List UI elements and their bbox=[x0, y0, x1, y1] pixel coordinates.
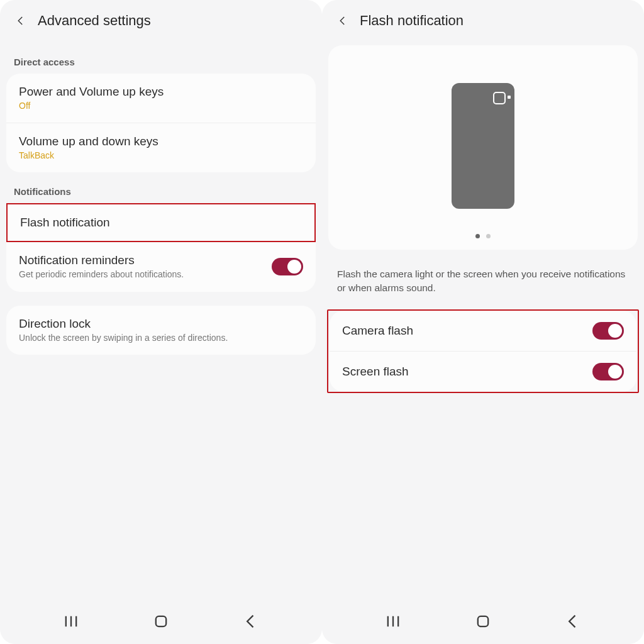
row-title: Screen flash bbox=[342, 365, 409, 379]
nav-back-icon[interactable] bbox=[242, 613, 260, 630]
row-volume-up-down[interactable]: Volume up and down keys TalkBack bbox=[6, 123, 316, 172]
row-screen-flash[interactable]: Screen flash bbox=[330, 351, 636, 392]
row-title: Camera flash bbox=[342, 324, 413, 338]
nav-bar bbox=[0, 604, 322, 644]
pager-dot-1[interactable] bbox=[475, 234, 480, 238]
description-text: Flash the camera light or the screen whe… bbox=[322, 258, 644, 309]
pager-dots bbox=[475, 234, 491, 238]
nav-recents-icon[interactable] bbox=[384, 613, 402, 630]
highlight-flash-notification: Flash notification bbox=[6, 203, 316, 242]
card-notifications: Notification reminders Get periodic remi… bbox=[6, 242, 316, 291]
pane-advanced-settings: Advanced settings Direct access Power an… bbox=[0, 0, 322, 644]
nav-recents-icon[interactable] bbox=[62, 613, 80, 630]
flash-dot-icon bbox=[508, 96, 511, 99]
section-label-direct-access: Direct access bbox=[0, 45, 322, 74]
row-title: Direction lock bbox=[19, 317, 228, 331]
nav-bar bbox=[322, 604, 644, 644]
highlight-flash-toggles: Camera flash Screen flash bbox=[327, 309, 639, 393]
row-direction-lock[interactable]: Direction lock Unlock the screen by swip… bbox=[6, 306, 316, 355]
card-direction-lock: Direction lock Unlock the screen by swip… bbox=[6, 306, 316, 355]
pager-dot-2[interactable] bbox=[486, 234, 491, 238]
row-notification-reminders[interactable]: Notification reminders Get periodic remi… bbox=[6, 242, 316, 291]
toggle-reminders[interactable] bbox=[272, 258, 303, 275]
toggle-camera-flash[interactable] bbox=[592, 322, 624, 340]
nav-home-icon[interactable] bbox=[474, 613, 492, 630]
back-icon[interactable] bbox=[337, 15, 348, 26]
appbar-right: Flash notification bbox=[322, 0, 644, 45]
row-sub: Get periodic reminders about notificatio… bbox=[19, 269, 184, 280]
row-power-volume-up[interactable]: Power and Volume up keys Off bbox=[6, 74, 316, 123]
row-flash-notification[interactable]: Flash notification bbox=[8, 204, 314, 241]
page-title: Flash notification bbox=[360, 13, 464, 29]
toggle-screen-flash[interactable] bbox=[592, 363, 624, 380]
row-sub: TalkBack bbox=[19, 150, 158, 161]
appbar-left: Advanced settings bbox=[0, 0, 322, 45]
row-sub: Off bbox=[19, 100, 164, 111]
row-sub: Unlock the screen by swiping in a series… bbox=[19, 332, 228, 343]
back-icon[interactable] bbox=[15, 15, 26, 26]
pane-flash-notification: Flash notification Flash the camera ligh… bbox=[322, 0, 644, 644]
nav-back-icon[interactable] bbox=[564, 613, 582, 630]
svg-rect-3 bbox=[156, 616, 166, 626]
row-title: Notification reminders bbox=[19, 253, 184, 267]
card-direct-access: Power and Volume up keys Off Volume up a… bbox=[6, 74, 316, 172]
row-title: Flash notification bbox=[20, 216, 110, 230]
svg-rect-7 bbox=[478, 616, 488, 626]
illustration-card bbox=[328, 45, 638, 250]
section-label-notifications: Notifications bbox=[0, 186, 322, 203]
phone-illustration bbox=[452, 83, 514, 209]
row-title: Volume up and down keys bbox=[19, 135, 158, 148]
row-title: Power and Volume up keys bbox=[19, 85, 164, 99]
row-camera-flash[interactable]: Camera flash bbox=[330, 311, 636, 351]
nav-home-icon[interactable] bbox=[152, 613, 170, 630]
page-title: Advanced settings bbox=[38, 13, 151, 29]
camera-icon bbox=[493, 92, 506, 104]
